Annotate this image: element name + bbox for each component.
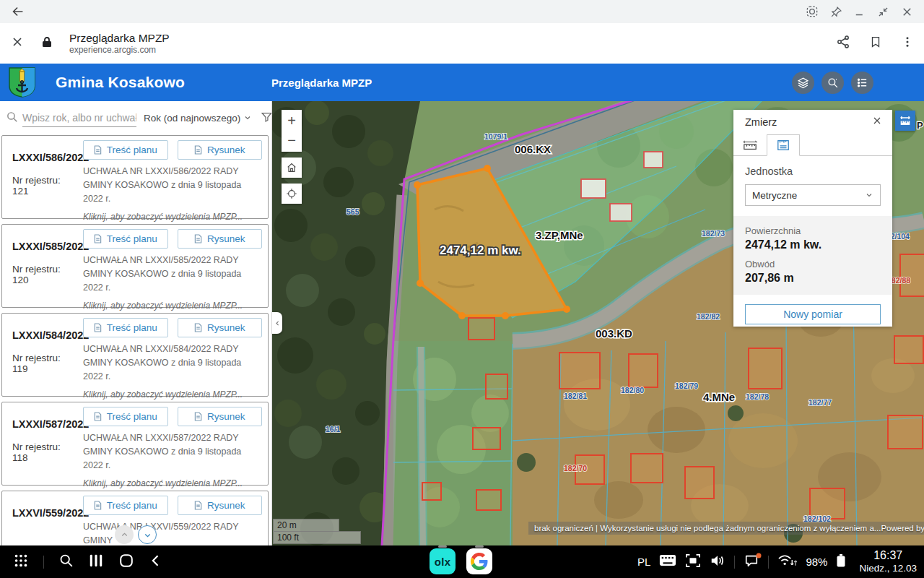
clock-widget[interactable]: 16:37 Niedz., 12.03	[859, 548, 920, 575]
tab-distance-measure[interactable]	[733, 134, 767, 155]
close-icon	[10, 35, 25, 49]
drawing-button[interactable]: Rysunek	[178, 318, 263, 337]
taskbar-divider	[734, 556, 735, 569]
time: 16:37	[873, 548, 902, 563]
screenshot-button[interactable]	[685, 553, 701, 571]
wifi-status-icon[interactable]	[777, 553, 797, 571]
sidebar-collapse-handle[interactable]	[272, 312, 282, 334]
zoom-in-button[interactable]: +	[282, 111, 302, 131]
plan-list-item[interactable]: LXXXI/585/2022 Nr rejestru: 120 Treść pl…	[1, 224, 269, 308]
zone-label: 006.KX	[515, 143, 551, 155]
document-icon	[94, 145, 102, 155]
unit-select-value: Metryczne	[752, 190, 797, 201]
pin-window-button[interactable]	[829, 5, 843, 19]
close-tab-button[interactable]	[10, 35, 25, 52]
parcel-label-red: 182/70	[564, 464, 587, 473]
zoom-out-button[interactable]: −	[282, 131, 302, 150]
system-top-bar	[0, 0, 924, 23]
plan-text-button[interactable]: Treść planu	[83, 496, 168, 515]
chevron-down-icon	[865, 191, 873, 199]
plan-text-button[interactable]: Treść planu	[83, 407, 168, 426]
parcel-label: 182/73	[702, 229, 725, 238]
page-up-button[interactable]	[115, 525, 134, 544]
restore-window-button[interactable]	[876, 5, 890, 19]
sort-label: Rok (od najnowszego)	[144, 113, 240, 124]
screen-capture-button[interactable]	[805, 4, 819, 19]
plan-id: LXXXI/585/2022	[12, 241, 79, 252]
layers-widget-button[interactable]	[792, 72, 814, 94]
search-input[interactable]	[22, 109, 136, 127]
area-label: Powierzchnia	[745, 225, 881, 236]
legend-list-icon	[856, 77, 868, 89]
distance-ruler-icon	[743, 140, 757, 150]
apps-grid-button[interactable]	[13, 553, 29, 571]
pin-icon	[829, 5, 843, 19]
page-down-button[interactable]	[138, 525, 157, 544]
measure-panel-close-button[interactable]	[871, 115, 883, 129]
screen-capture-icon	[805, 4, 819, 19]
notifications-button[interactable]	[744, 553, 759, 571]
plan-text-button[interactable]: Treść planu	[83, 229, 168, 249]
sort-dropdown[interactable]: Rok (od najnowszego)	[144, 113, 252, 124]
secure-lock-icon	[42, 36, 52, 51]
registry-number: Nr rejestru: 118	[12, 441, 79, 463]
resolution-description: UCHWAŁA NR LXXXI/584/2022 RADY GMINY KOS…	[83, 342, 262, 383]
registry-number: Nr rejestru: 120	[12, 264, 79, 285]
measure-icon	[899, 115, 912, 127]
search-row: Rok (od najnowszego)	[0, 101, 271, 134]
finder-search-button[interactable]	[58, 553, 74, 571]
parcel-label: 1079/1	[484, 132, 507, 141]
clipped-zone-label: P	[917, 120, 923, 131]
recents-button[interactable]	[88, 553, 104, 571]
close-window-button[interactable]	[900, 5, 914, 19]
drawing-button[interactable]: Rysunek	[178, 140, 263, 160]
map-canvas[interactable]: 006.KX 3.ZP,MNe 003.KD 4.MNe 2474,12 m k…	[272, 101, 924, 545]
plan-list-item[interactable]: LXXXI/587/2022 Nr rejestru: 118 Treść pl…	[1, 402, 269, 486]
click-hint: Kliknij, aby zobaczyć wydzielenia MPZP..…	[83, 478, 262, 488]
back-button[interactable]	[149, 553, 163, 571]
unit-select[interactable]: Metryczne	[745, 184, 881, 206]
close-icon	[871, 115, 883, 126]
keyboard-button[interactable]	[659, 554, 676, 569]
drawing-button[interactable]: Rysunek	[178, 229, 263, 249]
home-extent-button[interactable]	[282, 158, 302, 178]
plan-id: LXXXI/587/2022	[12, 418, 79, 430]
chevron-up-icon	[120, 530, 129, 540]
olx-app-icon[interactable]: olx	[430, 548, 456, 574]
keyboard-icon	[659, 554, 676, 566]
bookmark-button[interactable]	[869, 35, 882, 52]
scale-bar-imperial: 100 ft	[273, 531, 361, 544]
search-widget-button[interactable]	[821, 72, 844, 94]
drawing-button[interactable]: Rysunek	[178, 496, 263, 515]
system-back-button[interactable]	[10, 4, 26, 20]
taskbar-divider	[768, 556, 769, 569]
new-measurement-button[interactable]: Nowy pomiar	[745, 304, 881, 324]
filter-button[interactable]	[261, 111, 272, 126]
measure-widget-button[interactable]	[895, 111, 915, 131]
browser-menu-button[interactable]	[901, 35, 914, 51]
legend-widget-button[interactable]	[851, 72, 873, 94]
share-button[interactable]	[836, 35, 850, 52]
plan-text-button[interactable]: Treść planu	[83, 318, 168, 337]
running-app-indicator	[475, 545, 484, 548]
locate-me-button[interactable]	[282, 184, 302, 204]
google-app-icon[interactable]	[466, 548, 492, 574]
minimize-button[interactable]	[853, 5, 866, 18]
search-icon	[827, 77, 839, 89]
zone-label: 3.ZP,MNe	[536, 229, 583, 241]
keyboard-language-badge[interactable]: PL	[637, 556, 650, 568]
registry-number: Nr rejestru: 121	[12, 175, 79, 197]
drawing-button[interactable]: Rysunek	[178, 407, 263, 426]
document-icon	[94, 412, 102, 421]
filter-funnel-icon	[261, 111, 272, 123]
plan-text-button[interactable]: Treść planu	[83, 140, 168, 160]
measure-results: Powierzchnia 2474,12 m kw. Obwód 207,86 …	[733, 216, 892, 295]
plan-list-item[interactable]: LXXXI/584/2022 Nr rejestru: 119 Treść pl…	[1, 313, 269, 397]
taskbar-divider	[43, 556, 44, 569]
home-button[interactable]	[118, 553, 134, 571]
plan-list-item[interactable]: LXXXI/586/2022 Nr rejestru: 121 Treść pl…	[1, 135, 269, 219]
volume-button[interactable]	[710, 553, 725, 571]
unit-label: Jednostka	[745, 165, 881, 177]
tab-area-measure[interactable]	[767, 134, 800, 156]
layers-icon	[797, 77, 809, 89]
